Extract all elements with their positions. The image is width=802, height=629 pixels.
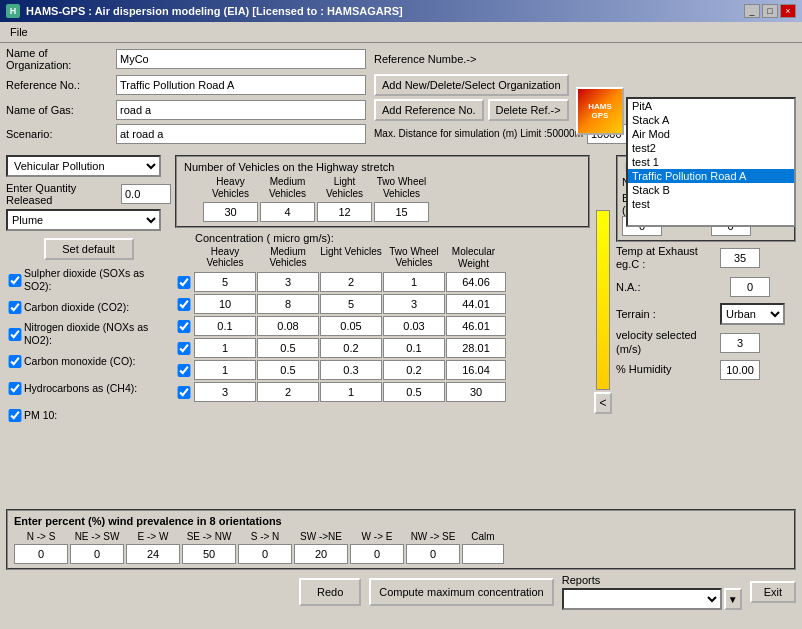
conc-checkbox[interactable] [175,320,193,333]
humidity-input[interactable] [720,360,760,380]
mol-weight-input[interactable] [446,360,506,380]
terrain-select[interactable]: Urban Rural [720,303,785,325]
title-bar-text: HAMS-GPS : Air dispersion modeling (EIA)… [26,5,403,17]
ref-list-item[interactable]: test [628,197,794,211]
pollutant-row: PM 10: [6,402,171,428]
wind-value-input[interactable] [14,544,68,564]
gas-input[interactable] [116,100,366,120]
plume-select[interactable]: Plume [6,209,161,231]
conc-value-input[interactable] [383,382,445,402]
vehicles-group: Number of Vehicles on the Highway stretc… [175,155,590,228]
conc-value-input[interactable] [383,272,445,292]
maximize-button[interactable]: □ [762,4,778,18]
conc-value-input[interactable] [194,360,256,380]
wind-value-input[interactable] [182,544,236,564]
pollutant-checkbox[interactable] [6,274,24,287]
conc-value-input[interactable] [383,316,445,336]
conc-value-input[interactable] [257,338,319,358]
org-input[interactable] [116,49,366,69]
na-input[interactable] [730,277,770,297]
ref-list-item[interactable]: test2 [628,141,794,155]
file-menu[interactable]: File [4,24,34,40]
scenario-input[interactable] [116,124,366,144]
wind-value-input[interactable] [462,544,504,564]
add-org-button[interactable]: Add New/Delete/Select Organization [374,74,569,96]
wind-value-input[interactable] [406,544,460,564]
conc-value-input[interactable] [257,294,319,314]
conc-checkbox[interactable] [175,364,193,377]
wind-value-input[interactable] [70,544,124,564]
reports-select[interactable] [562,588,722,610]
mol-weight-input[interactable] [446,338,506,358]
ref-list-item[interactable]: test 1 [628,155,794,169]
heavy-count-input[interactable] [203,202,258,222]
ref-no-input[interactable] [116,75,366,95]
mol-weight-input[interactable] [446,272,506,292]
conc-checkbox[interactable] [175,342,193,355]
window-controls[interactable]: _ □ × [744,4,796,18]
two-wheel-count-input[interactable] [374,202,429,222]
ch-two: Two Wheel Vehicles [383,246,445,270]
qty-input[interactable] [121,184,171,204]
conc-value-input[interactable] [320,338,382,358]
ref-list-item[interactable]: Stack B [628,183,794,197]
conc-value-input[interactable] [194,382,256,402]
conc-checkbox[interactable] [175,298,193,311]
pollution-type-select[interactable]: Vehicular Pollution [6,155,161,177]
conc-value-input[interactable] [320,294,382,314]
medium-count-input[interactable] [260,202,315,222]
conc-value-input[interactable] [383,338,445,358]
pollutant-checkbox[interactable] [6,409,24,422]
wind-value-input[interactable] [350,544,404,564]
set-default-button[interactable]: Set default [44,238,134,260]
ref-list-item[interactable]: Traffic Pollution Road A [628,169,794,183]
compute-button[interactable]: Compute maximum concentration [369,578,553,606]
conc-value-input[interactable] [257,316,319,336]
mol-weight-input[interactable] [446,382,506,402]
ref-list-item[interactable]: Air Mod [628,127,794,141]
conc-value-input[interactable] [194,338,256,358]
conc-value-input[interactable] [194,294,256,314]
light-count-input[interactable] [317,202,372,222]
wind-value-input[interactable] [126,544,180,564]
reports-dropdown-btn[interactable]: ▼ [724,588,742,610]
conc-value-input[interactable] [383,360,445,380]
pollutant-checkbox[interactable] [6,301,24,314]
arrow-button[interactable]: < [594,392,612,414]
close-button[interactable]: × [780,4,796,18]
delete-ref-button[interactable]: Delete Ref.-> [488,99,569,121]
conc-value-input[interactable] [194,272,256,292]
wind-value-input[interactable] [238,544,292,564]
conc-data-row [175,360,590,380]
conc-checkbox[interactable] [175,386,193,399]
temp-input[interactable] [720,248,760,268]
pollutant-checkbox[interactable] [6,328,24,341]
pollutant-checkbox[interactable] [6,355,24,368]
conc-value-input[interactable] [257,360,319,380]
minimize-button[interactable]: _ [744,4,760,18]
mol-weight-input[interactable] [446,294,506,314]
wind-header: Calm [462,531,504,542]
wind-value-input[interactable] [294,544,348,564]
velocity-input[interactable] [720,333,760,353]
ref-list-item[interactable]: Stack A [628,113,794,127]
redo-button[interactable]: Redo [299,578,361,606]
mol-weight-input[interactable] [446,316,506,336]
conc-value-input[interactable] [383,294,445,314]
conc-value-input[interactable] [257,272,319,292]
conc-checkbox[interactable] [175,276,193,289]
conc-value-input[interactable] [257,382,319,402]
reference-listbox[interactable]: PitAStack AAir Modtest2test 1Traffic Pol… [626,97,796,227]
conc-value-input[interactable] [194,316,256,336]
humidity-label: % Humidity [616,363,716,376]
conc-value-input[interactable] [320,316,382,336]
conc-data-row [175,316,590,336]
wind-section: Enter percent (%) wind prevalence in 8 o… [6,509,796,570]
add-ref-button[interactable]: Add Reference No. [374,99,484,121]
conc-value-input[interactable] [320,382,382,402]
conc-value-input[interactable] [320,272,382,292]
conc-value-input[interactable] [320,360,382,380]
pollutant-checkbox[interactable] [6,382,24,395]
ref-list-item[interactable]: PitA [628,99,794,113]
exit-button[interactable]: Exit [750,581,796,603]
